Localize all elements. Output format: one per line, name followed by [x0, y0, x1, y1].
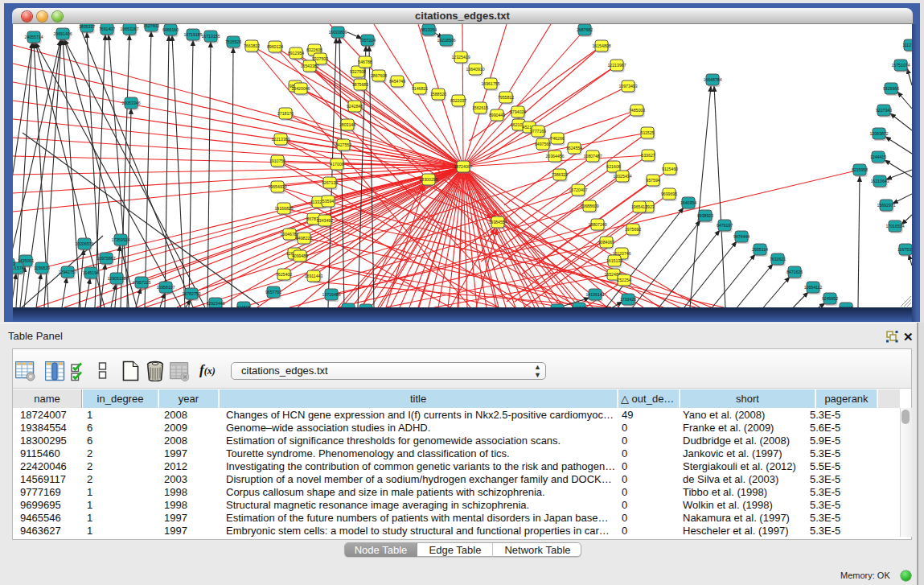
svg-text:8471626: 8471626: [786, 270, 803, 274]
svg-text:1965412: 1965412: [631, 204, 647, 209]
svg-text:1562615: 1562615: [472, 105, 488, 110]
svg-text:12923446: 12923446: [206, 301, 224, 306]
svg-text:216044: 216044: [341, 307, 355, 307]
svg-text:2343492: 2343492: [317, 218, 333, 223]
svg-text:16154808: 16154808: [592, 43, 610, 48]
svg-text:15692971: 15692971: [877, 203, 895, 208]
svg-text:15751074: 15751074: [891, 63, 910, 68]
svg-text:8215958: 8215958: [852, 167, 868, 172]
svg-text:7955812: 7955812: [498, 95, 514, 100]
svg-text:2867608: 2867608: [371, 73, 387, 78]
svg-text:10958107: 10958107: [156, 285, 175, 290]
svg-text:533627: 533627: [641, 153, 655, 158]
svg-text:3875685: 3875685: [352, 82, 368, 87]
svg-text:1640954: 1640954: [680, 200, 696, 205]
svg-text:1975692: 1975692: [625, 227, 641, 232]
svg-text:2803144: 2803144: [339, 122, 355, 127]
svg-text:8938923: 8938923: [697, 213, 713, 218]
svg-text:10719185: 10719185: [183, 32, 202, 37]
svg-text:3267130: 3267130: [322, 180, 338, 185]
svg-text:9498222: 9498222: [296, 236, 312, 241]
svg-text:7663822: 7663822: [244, 43, 260, 48]
svg-text:12905135: 12905135: [107, 276, 125, 281]
svg-text:12213369: 12213369: [271, 137, 290, 142]
svg-text:2935114: 2935114: [752, 247, 768, 252]
svg-text:621606: 621606: [606, 164, 620, 169]
svg-text:1910756: 1910756: [269, 159, 285, 163]
svg-text:17359924: 17359924: [111, 237, 129, 242]
svg-text:7485003: 7485003: [629, 108, 645, 113]
svg-text:7357224: 7357224: [359, 38, 376, 43]
svg-text:1244415: 1244415: [870, 154, 886, 159]
svg-text:546788: 546788: [358, 60, 372, 64]
svg-text:3624554: 3624554: [566, 146, 582, 150]
svg-text:6479197: 6479197: [717, 223, 733, 228]
svg-text:9657791: 9657791: [265, 290, 281, 295]
svg-text:12325419: 12325419: [451, 55, 470, 60]
svg-text:53594: 53594: [322, 199, 335, 204]
svg-text:981003: 981003: [13, 262, 15, 266]
svg-text:8454749: 8454749: [389, 79, 405, 84]
svg-text:17016504: 17016504: [885, 224, 904, 229]
svg-text:10653267: 10653267: [120, 27, 138, 31]
svg-text:9227343: 9227343: [876, 108, 892, 113]
svg-text:417006: 417006: [330, 162, 343, 167]
svg-text:7625402: 7625402: [276, 272, 292, 277]
svg-text:7515526: 7515526: [225, 39, 241, 44]
svg-text:1588520: 1588520: [430, 92, 446, 97]
svg-text:10975867: 10975867: [97, 256, 115, 261]
svg-text:13716485: 13716485: [322, 292, 340, 297]
svg-text:18300295: 18300295: [419, 177, 437, 182]
svg-text:7386322: 7386322: [552, 172, 568, 177]
svg-text:9146821: 9146821: [412, 86, 428, 91]
svg-text:8322037: 8322037: [450, 98, 466, 103]
svg-text:6466160: 6466160: [162, 27, 179, 32]
svg-text:18724007: 18724007: [454, 164, 472, 169]
svg-text:14136141: 14136141: [585, 292, 604, 297]
svg-text:9115460: 9115460: [662, 167, 678, 171]
svg-text:24055714: 24055714: [24, 35, 43, 39]
svg-text:19166825: 19166825: [274, 206, 293, 211]
svg-text:16210643: 16210643: [870, 179, 889, 183]
svg-text:12093872: 12093872: [869, 131, 888, 136]
svg-text:10688609: 10688609: [580, 204, 598, 208]
svg-text:957594: 957594: [646, 178, 659, 183]
svg-text:16543382: 16543382: [300, 64, 318, 68]
svg-text:1805337: 1805337: [79, 24, 95, 29]
svg-text:511525: 511525: [641, 130, 655, 135]
svg-text:20691406: 20691406: [53, 31, 72, 36]
svg-text:16911443: 16911443: [305, 274, 323, 278]
svg-text:746266: 746266: [550, 136, 564, 141]
svg-text:1145194: 1145194: [83, 270, 99, 275]
svg-text:13640910: 13640910: [466, 67, 484, 72]
svg-text:924506: 924506: [236, 305, 250, 307]
svg-text:8912954: 8912954: [288, 51, 304, 56]
svg-text:9699695: 9699695: [661, 192, 677, 196]
svg-text:9242848: 9242848: [347, 104, 363, 109]
svg-text:9245652: 9245652: [822, 296, 838, 301]
svg-text:9327508: 9327508: [350, 69, 366, 74]
svg-text:6497568: 6497568: [535, 142, 551, 146]
svg-text:9084067: 9084067: [598, 240, 614, 245]
svg-text:6794024: 6794024: [510, 109, 526, 114]
svg-text:16720407: 16720407: [569, 187, 587, 192]
svg-text:20364456: 20364456: [545, 154, 564, 159]
svg-text:946362: 946362: [572, 306, 585, 307]
svg-text:1527602: 1527602: [143, 24, 159, 28]
svg-text:7632621: 7632621: [770, 257, 786, 262]
svg-text:9329966: 9329966: [883, 86, 899, 91]
svg-text:8813054: 8813054: [421, 27, 437, 32]
svg-text:20206576: 20206576: [75, 241, 93, 246]
svg-text:1733426: 1733426: [620, 297, 636, 302]
svg-text:19218506: 19218506: [437, 38, 455, 43]
svg-text:1156829: 1156829: [34, 266, 50, 270]
svg-text:8960124: 8960124: [267, 44, 283, 49]
svg-text:8427552: 8427552: [335, 142, 351, 147]
svg-text:16782759: 16782759: [182, 291, 200, 296]
svg-text:16648784: 16648784: [703, 77, 721, 82]
svg-text:9474444: 9474444: [733, 234, 749, 239]
svg-text:8322605: 8322605: [306, 47, 322, 52]
svg-text:1615132: 1615132: [606, 258, 622, 263]
svg-text:4099489: 4099489: [292, 253, 308, 258]
svg-text:9777169: 9777169: [530, 129, 546, 134]
